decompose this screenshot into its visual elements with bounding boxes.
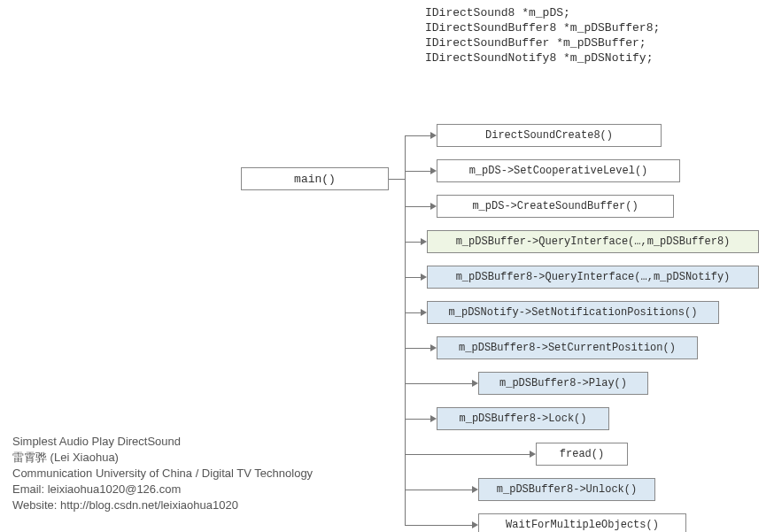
arrowhead-icon — [472, 380, 478, 387]
call-node-label: m_pDSNotify->SetNotificationPositions() — [449, 306, 698, 319]
call-node: m_pDSBuffer8->QueryInterface(…,m_pDSNoti… — [427, 266, 759, 289]
connector-branch — [405, 135, 430, 136]
call-node-label: m_pDSBuffer8->SetCurrentPosition() — [459, 342, 676, 354]
arrowhead-icon — [430, 167, 437, 174]
main-function-label: main() — [294, 173, 336, 186]
call-node: m_pDS->SetCooperativeLevel() — [437, 159, 680, 182]
arrowhead-icon — [421, 238, 427, 245]
call-node-label: m_pDSBuffer->QueryInterface(…,m_pDSBuffe… — [456, 235, 731, 248]
call-node-label: m_pDSBuffer8->QueryInterface(…,m_pDSNoti… — [456, 271, 731, 283]
connector-branch — [405, 277, 421, 278]
footer-website: Website: http://blog.csdn.net/leixiaohua… — [12, 497, 238, 513]
connector-branch — [405, 525, 472, 526]
call-node-label: m_pDSBuffer8->Lock() — [459, 412, 586, 425]
call-node-label: DirectSoundCreate8() — [485, 129, 613, 142]
footer-title: Simplest Audio Play DirectSound — [12, 434, 181, 450]
connector-branch — [405, 206, 430, 207]
arrowhead-icon — [530, 451, 536, 458]
call-node: m_pDSBuffer8->Lock() — [437, 407, 609, 430]
footer-author: 雷霄骅 (Lei Xiaohua) — [12, 450, 119, 466]
connector-branch — [405, 490, 472, 490]
arrowhead-icon — [430, 344, 437, 351]
arrowhead-icon — [472, 521, 478, 528]
footer-email: Email: leixiaohua1020@126.com — [12, 482, 181, 497]
call-node: m_pDSBuffer->QueryInterface(…,m_pDSBuffe… — [427, 230, 759, 253]
call-node-label: fread() — [560, 448, 604, 460]
call-node-label: m_pDSBuffer8->Unlock() — [497, 483, 637, 496]
connector-vertical-bus — [405, 135, 406, 525]
footer-affil: Communication University of China / Digi… — [12, 466, 313, 482]
arrowhead-icon — [430, 203, 437, 210]
variable-declarations: IDirectSound8 *m_pDS; IDirectSoundBuffer… — [425, 5, 660, 66]
main-function-node: main() — [241, 167, 389, 190]
call-node: m_pDS->CreateSoundBuffer() — [437, 195, 674, 218]
connector-branch — [405, 454, 530, 455]
call-node: m_pDSBuffer8->SetCurrentPosition() — [437, 336, 698, 359]
connector-branch — [405, 171, 430, 172]
connector-branch — [405, 348, 430, 349]
call-node: fread() — [536, 443, 628, 466]
arrowhead-icon — [421, 309, 427, 316]
connector-branch — [405, 419, 430, 420]
arrowhead-icon — [430, 415, 437, 422]
call-node-label: m_pDS->SetCooperativeLevel() — [469, 165, 648, 177]
arrowhead-icon — [430, 132, 437, 139]
call-node-label: WaitForMultipleObjects() — [506, 519, 659, 531]
call-node: m_pDSBuffer8->Play() — [478, 372, 648, 395]
connector-branch — [405, 242, 421, 243]
call-node: WaitForMultipleObjects() — [478, 513, 686, 532]
call-node: m_pDSBuffer8->Unlock() — [478, 478, 655, 501]
call-node-label: m_pDS->CreateSoundBuffer() — [472, 200, 638, 212]
call-node: m_pDSNotify->SetNotificationPositions() — [427, 301, 719, 324]
connector-main-to-bus — [389, 179, 405, 180]
connector-branch — [405, 312, 421, 313]
call-node: DirectSoundCreate8() — [437, 124, 662, 147]
arrowhead-icon — [421, 274, 427, 281]
call-node-label: m_pDSBuffer8->Play() — [499, 377, 627, 389]
arrowhead-icon — [472, 486, 478, 493]
connector-branch — [405, 383, 472, 384]
